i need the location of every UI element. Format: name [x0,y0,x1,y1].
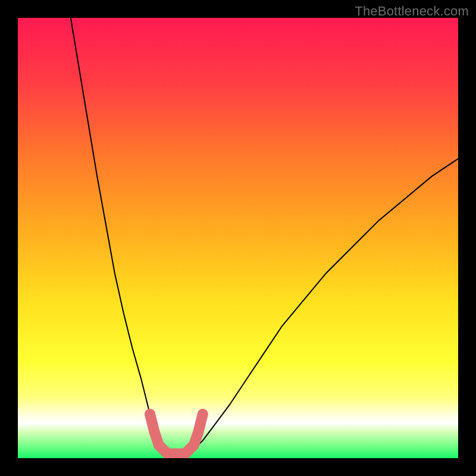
minimum-marker [150,414,203,454]
curve-left-branch [71,18,168,449]
chart-frame: TheBottleneck.com [0,0,476,476]
chart-curves [18,18,458,458]
curve-right-branch [194,159,458,449]
watermark-text: TheBottleneck.com [355,4,469,19]
plot-area [18,18,458,458]
